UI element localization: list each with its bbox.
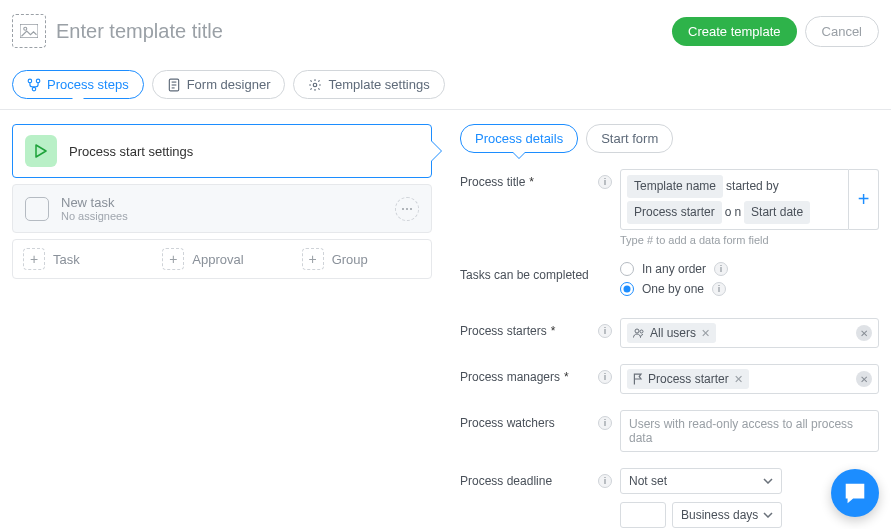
- info-icon[interactable]: i: [712, 282, 726, 296]
- process-deadline-select[interactable]: Not set: [620, 468, 782, 494]
- info-icon[interactable]: i: [596, 318, 614, 338]
- info-icon[interactable]: i: [714, 262, 728, 276]
- chip-label: Process starter: [648, 372, 729, 386]
- svg-point-11: [406, 208, 408, 210]
- process-title-input[interactable]: Template name started by Process starter…: [620, 169, 849, 230]
- tab-label: Template settings: [328, 77, 429, 92]
- tab-form-designer[interactable]: Form designer: [152, 70, 286, 99]
- process-managers-input[interactable]: Process starter ✕ ✕: [620, 364, 879, 394]
- chip-remove-icon[interactable]: ✕: [701, 327, 710, 340]
- flag-icon: [633, 373, 643, 385]
- gear-icon: [308, 78, 322, 92]
- create-template-button[interactable]: Create template: [672, 17, 797, 46]
- clear-field-button[interactable]: ✕: [856, 371, 872, 387]
- task-title: New task: [61, 195, 128, 210]
- play-icon: [25, 135, 57, 167]
- add-field-token-button[interactable]: +: [849, 169, 879, 230]
- tab-label: Form designer: [187, 77, 271, 92]
- chat-icon: [842, 480, 868, 506]
- chat-widget-button[interactable]: [831, 469, 879, 517]
- tab-label: Process steps: [47, 77, 129, 92]
- title-text: o: [725, 203, 732, 222]
- radio-icon: [620, 262, 634, 276]
- field-hint: Type # to add a data form field: [620, 234, 879, 246]
- info-icon[interactable]: i: [596, 169, 614, 189]
- select-value: Business days: [681, 508, 758, 522]
- svg-point-13: [635, 329, 639, 333]
- chip-label: All users: [650, 326, 696, 340]
- task-card[interactable]: New task No assignees: [12, 184, 432, 233]
- add-approval-button[interactable]: + Approval: [152, 240, 291, 278]
- info-icon[interactable]: i: [596, 410, 614, 430]
- token-process-starter[interactable]: Process starter: [627, 201, 722, 224]
- add-label: Approval: [192, 252, 243, 267]
- plus-icon: +: [23, 248, 45, 270]
- tab-start-form[interactable]: Start form: [586, 124, 673, 153]
- tab-process-steps[interactable]: Process steps: [12, 70, 144, 99]
- svg-point-9: [314, 83, 318, 87]
- field-label-managers: Process managers*: [460, 364, 596, 384]
- field-label-watchers: Process watchers: [460, 410, 596, 430]
- chip-all-users[interactable]: All users ✕: [627, 323, 716, 343]
- field-label-tasks-completed: Tasks can be completed: [460, 262, 596, 282]
- radio-label: One by one: [642, 282, 704, 296]
- svg-point-10: [402, 208, 404, 210]
- form-icon: [167, 78, 181, 92]
- plus-icon: +: [162, 248, 184, 270]
- radio-any-order[interactable]: In any order i: [620, 262, 879, 276]
- title-text: started by: [726, 177, 779, 196]
- chip-process-starter[interactable]: Process starter ✕: [627, 369, 749, 389]
- plus-icon: +: [302, 248, 324, 270]
- info-icon[interactable]: i: [596, 468, 614, 488]
- template-image-icon[interactable]: [12, 14, 46, 48]
- svg-point-3: [36, 79, 40, 83]
- svg-point-12: [410, 208, 412, 210]
- chevron-down-icon: [763, 478, 773, 484]
- title-text: n: [734, 203, 741, 222]
- radio-one-by-one[interactable]: One by one i: [620, 282, 879, 296]
- deadline-unit-select[interactable]: Business days: [672, 502, 782, 528]
- cancel-button[interactable]: Cancel: [805, 16, 879, 47]
- radio-label: In any order: [642, 262, 706, 276]
- add-task-button[interactable]: + Task: [13, 240, 152, 278]
- svg-point-4: [32, 87, 36, 91]
- task-checkbox-icon: [25, 197, 49, 221]
- token-template-name[interactable]: Template name: [627, 175, 723, 198]
- add-group-button[interactable]: + Group: [292, 240, 431, 278]
- task-subtitle: No assignees: [61, 210, 128, 222]
- add-label: Group: [332, 252, 368, 267]
- svg-point-2: [28, 79, 32, 83]
- svg-point-14: [640, 330, 643, 333]
- task-more-button[interactable]: [395, 197, 419, 221]
- token-start-date[interactable]: Start date: [744, 201, 810, 224]
- radio-icon: [620, 282, 634, 296]
- process-watchers-input[interactable]: Users with read-only access to all proce…: [620, 410, 879, 452]
- branch-icon: [27, 78, 41, 92]
- chip-remove-icon[interactable]: ✕: [734, 373, 743, 386]
- clear-field-button[interactable]: ✕: [856, 325, 872, 341]
- add-label: Task: [53, 252, 80, 267]
- select-value: Not set: [629, 474, 667, 488]
- field-label-deadline: Process deadline: [460, 468, 596, 488]
- field-label-process-title: Process title*: [460, 169, 596, 189]
- step-title: Process start settings: [69, 144, 193, 159]
- deadline-number-input[interactable]: [620, 502, 666, 528]
- process-starters-input[interactable]: All users ✕ ✕: [620, 318, 879, 348]
- svg-point-1: [24, 27, 27, 30]
- chevron-down-icon: [763, 512, 773, 518]
- field-label-starters: Process starters*: [460, 318, 596, 338]
- process-start-step[interactable]: Process start settings: [12, 124, 432, 178]
- tab-template-settings[interactable]: Template settings: [293, 70, 444, 99]
- users-icon: [633, 328, 645, 338]
- template-title-input[interactable]: [56, 20, 672, 43]
- info-icon[interactable]: i: [596, 364, 614, 384]
- tab-process-details[interactable]: Process details: [460, 124, 578, 153]
